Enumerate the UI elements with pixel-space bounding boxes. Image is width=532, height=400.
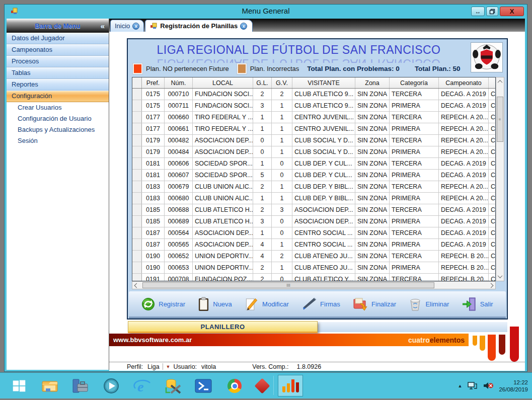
cell: 000564 [165,227,193,239]
sql-config-icon[interactable] [164,377,183,395]
row-selector[interactable] [132,181,142,193]
table-row[interactable]: 0187000564ASOCIACION DEP....10CENTRO SOC… [132,227,496,239]
scroll-right-button[interactable] [487,282,495,288]
scroll-down-button[interactable] [497,273,503,280]
column-header[interactable] [489,77,496,89]
row-selector[interactable] [132,251,142,262]
registrar-button[interactable]: Registrar [141,297,185,311]
clock[interactable]: 12:22 26/08/2019 [499,379,528,393]
ribbon-strip [300,322,507,332]
internet-explorer-icon[interactable]: e [133,377,152,395]
row-selector[interactable] [132,239,142,251]
powershell-icon[interactable] [194,377,213,395]
minimize-button[interactable]: ↔ [471,7,485,16]
sidebar-item-tablas[interactable]: Tablas [7,67,109,79]
footer-banner: www.bbvsoftware.com.ar cuatroelementos [109,334,469,346]
nueva-button[interactable]: Nueva [198,297,232,311]
firmas-button[interactable]: Firmas [301,297,340,310]
cell: SIN ZONA [355,135,390,146]
cell: 0 [272,170,292,181]
row-selector[interactable] [132,146,142,158]
row-selector[interactable] [132,274,142,282]
table-row[interactable]: 0191000708FUNDACION POZ...20CLUB ATLETIC… [132,274,496,282]
titlebar[interactable]: Menu General ↔ X [5,5,527,19]
row-selector[interactable] [132,204,142,216]
sidebar-item-datos-del-jugador[interactable]: Datos del Jugador [7,33,109,44]
scroll-up-button[interactable] [497,78,503,86]
table-row[interactable]: 0190000653UNION DEPORTIV...21CLUB ATENEO… [132,262,496,274]
column-header[interactable]: LOCAL [193,77,253,89]
sidebar-subitem-backups-y-actualizaciones[interactable]: Backups y Actualizaciones [7,124,109,135]
network-icon[interactable] [467,381,478,390]
table-row[interactable]: 0190000652UNION DEPORTIV...42CLUB ATENEO… [132,251,496,262]
media-player-icon[interactable] [102,377,120,395]
column-header[interactable]: Pref. [142,77,165,89]
horizontal-scroll-thumb[interactable]: III [142,282,434,288]
row-selector[interactable] [132,216,142,227]
row-selector[interactable] [132,227,142,239]
column-header[interactable]: Campeonato [439,77,489,89]
sidebar-item-configuracion[interactable]: Configuración [7,91,109,102]
table-row[interactable]: 0185000689CLUB ATLETICO H...30ASOCIACION… [132,216,496,227]
table-row[interactable]: 0183000680CLUB UNION ALIC...11CLUB DEP. … [132,193,496,204]
row-selector[interactable] [132,112,142,123]
table-row[interactable]: 0179000484ASOCIACION DEP...01CLUB SOCIAL… [132,146,496,158]
row-selector[interactable] [132,193,142,204]
column-header[interactable]: Zona [355,77,390,89]
sidebar-item-campeonatos[interactable]: Campeonatos [7,44,109,56]
vertical-scroll-thumb[interactable]: ≡ [497,97,503,142]
column-header[interactable]: VISITANTE [292,77,355,89]
red-diamond-app-icon[interactable] [254,377,270,395]
table-row[interactable]: 0179000482ASOCIACION DEP...01CLUB SOCIAL… [132,135,496,146]
row-selector[interactable] [132,170,142,181]
tab-close-icon[interactable]: x [240,23,247,30]
file-explorer-icon[interactable] [40,377,59,395]
start-button[interactable] [10,377,28,395]
column-header[interactable]: Categoría [390,77,439,89]
sidebar-subitem-configuracion-de-usuario[interactable]: Configuración de Usuario [7,113,109,124]
vertical-scrollbar[interactable]: ≡ [496,77,504,281]
row-selector[interactable] [132,89,142,100]
tab-close-icon[interactable]: x [132,23,139,30]
restore-button[interactable] [486,7,498,16]
column-header[interactable]: G.L. [253,77,272,89]
table-row[interactable]: 0177000660TIRO FEDERAL Y ...11CENTRO JUV… [132,112,496,123]
table-row[interactable]: 0177000661TIRO FEDERAL Y ...11CENTRO JUV… [132,123,496,135]
sidebar-item-procesos[interactable]: Procesos [7,56,109,67]
volume-muted-icon[interactable] [483,381,494,390]
cell: SOCIEDAD SPOR... [193,170,253,181]
grid-header-row: Pref.Núm.LOCALG.L.G.V.VISITANTEZonaCateg… [132,77,496,89]
scroll-left-button[interactable] [133,282,140,288]
table-row[interactable]: 0187000565ASOCIACION DEP....41CENTRO SOC… [132,239,496,251]
eliminar-button[interactable]: Eliminar [409,297,449,311]
row-selector[interactable] [132,158,142,170]
modificar-button[interactable]: Modificar [245,297,289,311]
table-row[interactable]: 0185000688CLUB ATLETICO H...23ASOCIACION… [132,204,496,216]
table-row[interactable]: 0175000710FUNDACION SOCI...22CLUB ATLETI… [132,89,496,100]
close-button[interactable]: X [500,7,524,16]
table-row[interactable]: 0183000679CLUB UNION ALIC...21CLUB DEP. … [132,181,496,193]
tab-registracion-de-planillas[interactable]: Registración de Planillas x [145,20,253,32]
column-header[interactable]: Núm. [165,77,193,89]
table-row[interactable]: 0175000711FUNDACION SOCI...31CLUB ATLETI… [132,100,496,112]
sidebar-collapse-icon[interactable]: « [101,22,105,30]
table-row[interactable]: 0181000606SOCIEDAD SPOR...10CLUB DEP. Y … [132,158,496,170]
row-selector[interactable] [132,123,142,135]
chrome-icon[interactable] [225,377,244,395]
sidebar-subitem-sesion[interactable]: Sesión [7,135,109,146]
column-header[interactable]: G.V. [272,77,292,89]
sidebar-subitem-crear-usuarios[interactable]: Crear Usuarios [7,102,109,113]
tray-expand-icon[interactable]: ▲ [458,383,463,388]
horizontal-scrollbar[interactable]: III [132,281,496,289]
perfil-dropdown-icon[interactable]: ▼ [166,364,171,369]
tab-inicio[interactable]: Inicio x [110,20,144,32]
sidebar-item-reportes[interactable]: Reportes [7,79,109,91]
row-selector[interactable] [132,135,142,146]
finalizar-button[interactable]: Finalizar [353,297,396,311]
table-row[interactable]: 0181000607SOCIEDAD SPOR...50CLUB DEP. Y … [132,170,496,181]
active-app-button[interactable] [278,375,303,396]
server-manager-icon[interactable] [70,377,90,395]
row-selector[interactable] [132,100,142,112]
salir-button[interactable]: Salir [462,297,493,311]
row-selector[interactable] [132,262,142,274]
